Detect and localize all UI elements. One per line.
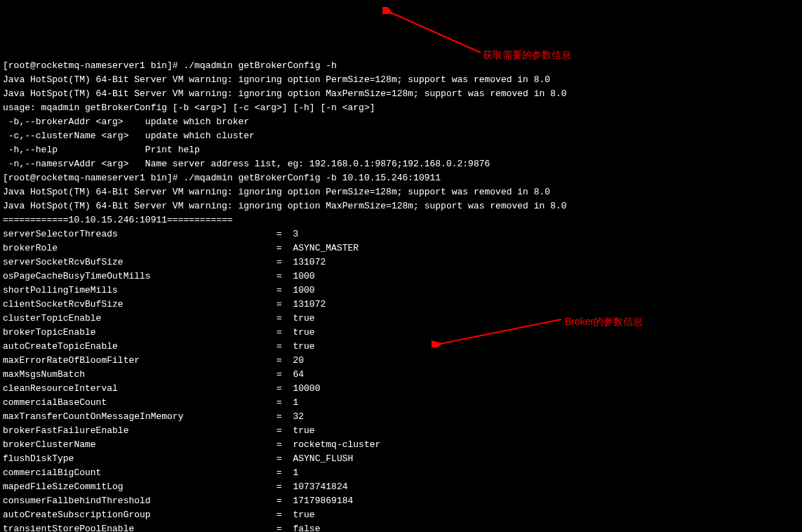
- terminal-line: [root@rocketmq-nameserver1 bin]# ./mqadm…: [3, 171, 799, 185]
- terminal-line: maxTransferCountOnMessageInMemory = 32: [3, 410, 799, 424]
- terminal-line: serverSelectorThreads = 3: [3, 227, 799, 241]
- terminal-line: -c,--clusterName <arg> update which clus…: [3, 129, 799, 143]
- terminal-line: -b,--brokerAddr <arg> update which broke…: [3, 115, 799, 129]
- terminal-line: cleanResourceInterval = 10000: [3, 382, 799, 396]
- terminal-line: ============10.10.15.246:10911==========…: [3, 213, 799, 227]
- terminal-line: flushDiskType = ASYNC_FLUSH: [3, 452, 799, 466]
- terminal-line: autoCreateSubscriptionGroup = true: [3, 508, 799, 522]
- terminal-line: autoCreateTopicEnable = true: [3, 340, 799, 354]
- arrow-1: [382, 7, 484, 56]
- terminal-line: brokerTopicEnable = true: [3, 326, 799, 340]
- terminal-line: maxMsgsNumBatch = 64: [3, 368, 799, 382]
- terminal-line: usage: mqadmin getBrokerConfig [-b <arg>…: [3, 101, 799, 115]
- terminal-line: commercialBaseCount = 1: [3, 396, 799, 410]
- terminal-line: shortPollingTimeMills = 1000: [3, 284, 799, 298]
- terminal-line: -n,--namesrvAddr <arg> Name server addre…: [3, 157, 799, 171]
- terminal-line: brokerClusterName = rocketmq-cluster: [3, 438, 799, 452]
- terminal-line: Java HotSpot(TM) 64-Bit Server VM warnin…: [3, 185, 799, 199]
- svg-line-0: [391, 13, 481, 53]
- terminal-line: Java HotSpot(TM) 64-Bit Server VM warnin…: [3, 87, 799, 101]
- terminal-line: commercialBigCount = 1: [3, 466, 799, 480]
- terminal-output: [root@rocketmq-nameserver1 bin]# ./mqadm…: [3, 59, 799, 532]
- terminal-line: clusterTopicEnable = true: [3, 312, 799, 326]
- terminal-line: osPageCacheBusyTimeOutMills = 1000: [3, 270, 799, 284]
- terminal-line: Java HotSpot(TM) 64-Bit Server VM warnin…: [3, 73, 799, 87]
- terminal-line: brokerRole = ASYNC_MASTER: [3, 241, 799, 255]
- terminal-line: serverSocketRcvBufSize = 131072: [3, 255, 799, 270]
- terminal-line: Java HotSpot(TM) 64-Bit Server VM warnin…: [3, 199, 799, 213]
- terminal-line: clientSocketRcvBufSize = 131072: [3, 298, 799, 312]
- terminal-line: mapedFileSizeCommitLog = 1073741824: [3, 480, 799, 494]
- terminal-line: brokerFastFailureEnable = true: [3, 424, 799, 438]
- terminal-line: [root@rocketmq-nameserver1 bin]# ./mqadm…: [3, 59, 799, 73]
- terminal-line: maxErrorRateOfBloomFilter = 20: [3, 354, 799, 368]
- terminal-line: consumerFallbehindThreshold = 1717986918…: [3, 494, 799, 508]
- terminal-line: -h,--help Print help: [3, 143, 799, 157]
- terminal-line: transientStorePoolEnable = false: [3, 522, 799, 532]
